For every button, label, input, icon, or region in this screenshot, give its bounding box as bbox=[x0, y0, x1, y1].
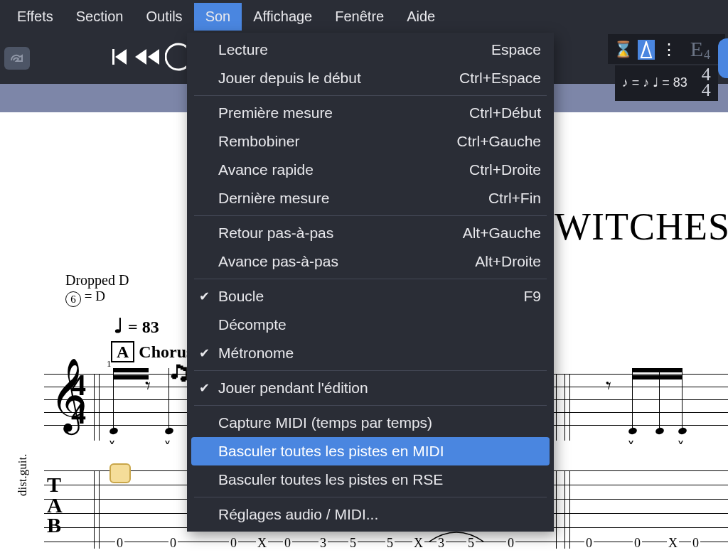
playback-cursor[interactable] bbox=[109, 463, 131, 483]
track-name-label: dist.guit. bbox=[16, 453, 30, 496]
menu-effets[interactable]: Effets bbox=[6, 3, 65, 31]
menu-item[interactable]: Dernière mesureCtrl+Fin bbox=[187, 184, 554, 212]
menu-item[interactable]: Retour pas-à-pasAlt+Gauche bbox=[187, 219, 554, 247]
menu-separator bbox=[194, 215, 547, 216]
menu-item-accelerator: Espace bbox=[491, 41, 541, 58]
skip-start-button[interactable] bbox=[108, 46, 129, 70]
tab-fret[interactable]: X bbox=[412, 536, 424, 551]
menu-item[interactable]: Jouer depuis le débutCtrl+Espace bbox=[187, 64, 554, 92]
menu-item-accelerator: Ctrl+Fin bbox=[488, 190, 541, 207]
menu-section[interactable]: Section bbox=[65, 3, 135, 31]
section-marker: AChorus bbox=[111, 343, 193, 362]
menu-item-label: Jouer depuis le début bbox=[218, 70, 452, 87]
tab-fret[interactable]: 0 bbox=[168, 536, 178, 551]
menu-item-accelerator: Ctrl+Espace bbox=[459, 70, 541, 87]
menu-item-accelerator: Alt+Droite bbox=[475, 253, 541, 270]
menu-affichage[interactable]: Affichage bbox=[242, 3, 323, 31]
menu-item-label: Lecture bbox=[218, 41, 484, 58]
tab-fret[interactable]: 0 bbox=[691, 536, 700, 551]
menu-item-accelerator: Ctrl+Droite bbox=[469, 161, 541, 178]
menu-separator bbox=[194, 497, 547, 497]
menu-outils[interactable]: Outils bbox=[135, 3, 194, 31]
menu-item-label: Boucle bbox=[218, 288, 516, 305]
menu-separator bbox=[194, 370, 547, 371]
tab-clef: TAB bbox=[47, 475, 63, 536]
pitch-indicator: E4 bbox=[683, 37, 718, 63]
menu-item[interactable]: Première mesureCtrl+Début bbox=[187, 99, 554, 127]
time-signature-toolbar[interactable]: 44 bbox=[695, 67, 711, 98]
tab-fret[interactable]: 0 bbox=[283, 536, 292, 551]
menu-item-label: Rembobiner bbox=[218, 133, 450, 150]
tab-fret[interactable]: 0 bbox=[584, 536, 594, 551]
menu-item[interactable]: Basculer toutes les pistes en RSE bbox=[187, 465, 554, 494]
song-title: WITCHES bbox=[555, 205, 728, 249]
menu-item-label: Basculer toutes les pistes en RSE bbox=[218, 471, 534, 488]
tab-fret[interactable]: 0 bbox=[229, 536, 238, 551]
tuning-block: Dropped D 6 = D bbox=[65, 272, 129, 307]
tab-fret[interactable]: X bbox=[256, 536, 268, 551]
menu-item[interactable]: Avance pas-à-pasAlt+Droite bbox=[187, 247, 554, 276]
menu-item-accelerator: Ctrl+Gauche bbox=[457, 133, 541, 150]
menu-fenetre[interactable]: Fenêtre bbox=[323, 3, 395, 31]
metronome-icon[interactable] bbox=[638, 40, 655, 60]
tab-fret[interactable]: 3 bbox=[318, 536, 328, 551]
transport-controls bbox=[108, 42, 186, 75]
menu-item-label: Dernière mesure bbox=[218, 190, 481, 207]
tab-fret[interactable]: 0 bbox=[115, 536, 124, 551]
accent-mark: ˅ bbox=[627, 439, 635, 458]
menu-item[interactable]: Réglages audio / MIDI... bbox=[187, 500, 554, 529]
menu-item[interactable]: Décompte bbox=[187, 311, 554, 339]
redo-button[interactable] bbox=[4, 47, 30, 70]
menu-item[interactable]: ✔Jouer pendant l'édition bbox=[187, 374, 554, 402]
toolbar-right-cluster: ⌛ ⋮ E4 ♪ = ♪ ♩ = 83 44 bbox=[608, 34, 725, 101]
side-handle[interactable] bbox=[718, 38, 728, 78]
check-icon: ✔ bbox=[197, 289, 211, 304]
menu-item-label: Capture MIDI (temps par temps) bbox=[218, 414, 534, 431]
menu-item[interactable]: LectureEspace bbox=[187, 36, 554, 64]
menu-separator bbox=[194, 95, 547, 96]
menu-item[interactable]: Basculer toutes les pistes en MIDI bbox=[191, 437, 550, 465]
menu-item[interactable]: Capture MIDI (temps par temps) bbox=[187, 409, 554, 437]
menu-separator bbox=[194, 405, 547, 406]
menu-item[interactable]: Avance rapideCtrl+Droite bbox=[187, 156, 554, 184]
svg-point-0 bbox=[166, 44, 186, 70]
tab-fret[interactable]: X bbox=[667, 536, 679, 551]
menu-item[interactable]: ✔Métronome bbox=[187, 339, 554, 367]
menu-item-label: Retour pas-à-pas bbox=[218, 225, 456, 242]
tab-fret[interactable]: 5 bbox=[348, 536, 358, 551]
svg-line-1 bbox=[643, 43, 646, 54]
menu-item-accelerator: F9 bbox=[523, 288, 541, 305]
tempo-display[interactable]: ♪ = ♪ ♩ = 83 bbox=[622, 75, 687, 90]
menu-item-label: Métronome bbox=[218, 345, 534, 362]
menu-item-label: Décompte bbox=[218, 316, 534, 333]
check-icon: ✔ bbox=[197, 380, 211, 396]
play-button[interactable] bbox=[165, 42, 186, 75]
menu-aide[interactable]: Aide bbox=[395, 3, 446, 31]
menu-son[interactable]: Son bbox=[194, 3, 242, 31]
menu-item-accelerator: Ctrl+Début bbox=[469, 104, 541, 122]
menu-item-label: Basculer toutes les pistes en MIDI bbox=[218, 443, 530, 460]
menu-item-label: Première mesure bbox=[218, 104, 462, 122]
time-signature-staff: 44 bbox=[71, 372, 86, 429]
menu-separator bbox=[194, 279, 547, 279]
check-icon: ✔ bbox=[197, 345, 211, 361]
menu-item[interactable]: ✔BoucleF9 bbox=[187, 282, 554, 311]
menu-item-label: Réglages audio / MIDI... bbox=[218, 506, 534, 523]
menu-item-label: Jouer pendant l'édition bbox=[218, 379, 534, 397]
menu-item-label: Avance rapide bbox=[218, 161, 462, 178]
countdown-icon[interactable]: ⌛ bbox=[615, 40, 632, 60]
son-menu: LectureEspaceJouer depuis le débutCtrl+E… bbox=[187, 33, 554, 532]
tab-fret[interactable]: 0 bbox=[506, 536, 515, 551]
menubar: Effets Section Outils Son Affichage Fenê… bbox=[0, 0, 728, 33]
redo-icon bbox=[9, 52, 25, 65]
tempo-marking: ♩ = 83 bbox=[114, 314, 159, 338]
more-icon[interactable]: ⋮ bbox=[660, 40, 678, 60]
menu-item-label: Avance pas-à-pas bbox=[218, 253, 468, 270]
tab-fret[interactable]: 0 bbox=[633, 536, 642, 551]
accent-mark: ˅ bbox=[108, 439, 116, 458]
menu-item[interactable]: RembobinerCtrl+Gauche bbox=[187, 127, 554, 156]
rewind-button[interactable] bbox=[134, 46, 161, 70]
accent-mark: ˅ bbox=[164, 439, 171, 458]
accent-mark: ˅ bbox=[677, 439, 685, 458]
tab-fret[interactable]: 5 bbox=[385, 536, 395, 551]
